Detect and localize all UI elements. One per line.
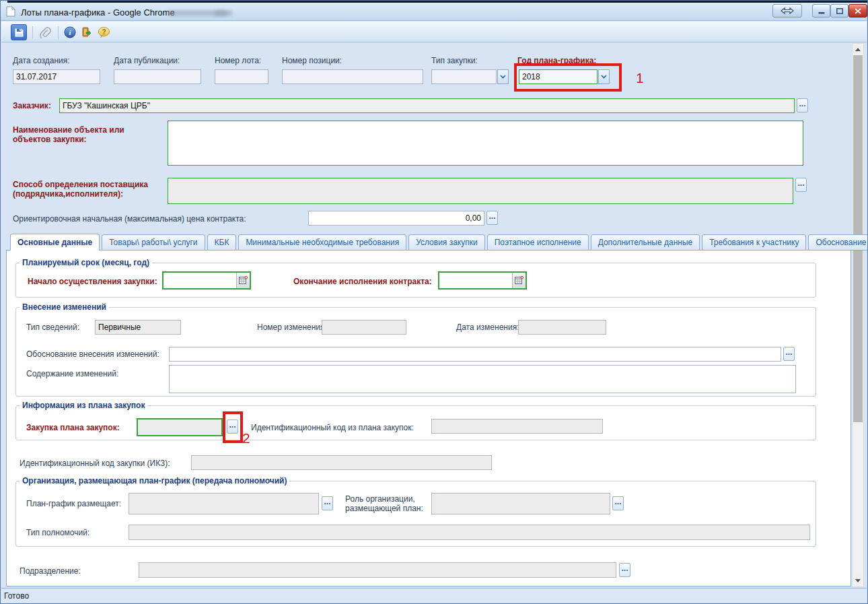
object-name-label-1: Наименование объекта или (13, 125, 124, 135)
tab-poetapnoe-ispolnenie[interactable]: Поэтапное исполнение (487, 234, 589, 250)
department-lookup-button[interactable]: ... (619, 563, 630, 577)
publisher-lookup-button[interactable]: ... (322, 496, 333, 510)
ikz-field[interactable] (191, 455, 492, 470)
paperclip-icon (38, 26, 51, 39)
authority-type-field[interactable] (129, 525, 810, 540)
window-title: Лоты плана-графика - Google Chrome (21, 7, 175, 18)
scroll-up-button[interactable] (853, 44, 863, 55)
role-lookup-button[interactable]: ... (612, 496, 624, 510)
lot-number-label: Номер лота: (215, 56, 261, 65)
dialog-window: Лоты плана-графика - Google Chrome i (0, 0, 868, 604)
change-reason-field[interactable] (169, 347, 781, 362)
contract-end-label: Окончание исполнения контракта: (293, 277, 432, 286)
help-button[interactable]: ? (96, 24, 112, 40)
resize-button[interactable] (772, 4, 802, 18)
info-type-label: Тип сведений: (26, 323, 79, 332)
ikz-label: Идентификационный код закупки (ИКЗ): (20, 459, 170, 468)
role-field[interactable] (431, 493, 610, 514)
tab-minimalnye-trebovaniya[interactable]: Минимальные необходимые требования (238, 234, 406, 250)
exit-button[interactable] (78, 24, 94, 40)
method-field[interactable] (168, 178, 793, 204)
plan-info-section (15, 405, 816, 440)
plan-id-code-field[interactable] (431, 419, 603, 434)
department-field[interactable] (139, 562, 616, 578)
created-field[interactable]: 31.07.2017 (13, 69, 100, 84)
calendar-icon[interactable] (512, 273, 526, 288)
titlebar[interactable]: Лоты плана-графика - Google Chrome (1, 3, 867, 21)
change-date-label: Дата изменения: (456, 323, 519, 332)
object-name-field[interactable] (168, 121, 803, 166)
object-name-label-2: объектов закупки: (13, 135, 87, 144)
tab-kbk[interactable]: КБК (207, 234, 237, 250)
calendar-icon[interactable] (236, 273, 250, 288)
close-button[interactable] (848, 4, 867, 18)
vertical-scrollbar[interactable] (852, 43, 864, 587)
position-number-field[interactable] (282, 69, 423, 84)
background-window-edge (7, 1, 867, 3)
tab-dopolnitelnye-dannye[interactable]: Дополнительные данные (591, 234, 700, 250)
published-label: Дата публикации: (114, 56, 180, 65)
chevron-down-icon[interactable] (497, 69, 509, 84)
publisher-field[interactable] (129, 493, 319, 514)
maximize-button[interactable] (830, 4, 848, 18)
plan-purchase-field[interactable] (137, 418, 223, 436)
status-text: Готово (4, 591, 29, 601)
purchase-start-label: Начало осуществления закупки: (28, 277, 157, 286)
toolbar: i ? (1, 22, 867, 42)
tab-obosnovanie[interactable]: Обоснование (808, 234, 868, 250)
customer-lookup-button[interactable]: ... (797, 98, 808, 112)
info-type-field[interactable]: Первичные (95, 320, 181, 335)
tab-usloviya-zakupki[interactable]: Условия закупки (408, 234, 485, 250)
tab-tovary-raboty-uslugi[interactable]: Товары\ работы\ услуги (102, 234, 205, 250)
exit-door-icon (80, 26, 92, 38)
price-lookup-button[interactable]: ... (486, 211, 498, 225)
arrow-up-icon (855, 48, 861, 51)
role-label-2: размещающей план: (345, 504, 423, 513)
save-button[interactable] (11, 24, 27, 40)
attach-button[interactable] (36, 24, 52, 40)
info-button[interactable]: i (62, 24, 78, 40)
help-icon: ? (98, 26, 110, 38)
method-label-2: (подрядчика,исполнителя): (13, 189, 123, 199)
annotation-step1-number: 1 (636, 70, 644, 86)
contract-end-input[interactable] (438, 271, 527, 290)
plan-purchase-label: Закупка плана закупок: (26, 423, 120, 432)
tab-trebovaniya-k-uchastniku[interactable]: Требования к участнику (702, 234, 806, 250)
save-icon (14, 28, 24, 38)
changes-legend: Внесение изменений (20, 302, 109, 312)
change-reason-lookup-button[interactable]: ... (783, 347, 795, 361)
toolbar-separator (58, 26, 59, 39)
change-number-label: Номер изменения: (257, 323, 327, 332)
lot-number-field[interactable] (215, 69, 268, 84)
price-field[interactable]: 0,00 (308, 211, 484, 226)
publisher-label: План-график размещает: (26, 499, 121, 508)
customer-label: Заказчик: (13, 101, 51, 110)
created-label: Дата создания: (13, 56, 70, 65)
minimize-button[interactable] (812, 4, 830, 18)
redacted-text (215, 10, 232, 16)
toolbar-separator (32, 26, 33, 39)
purchase-type-select[interactable] (431, 69, 509, 84)
arrow-down-icon (855, 579, 861, 582)
info-icon: i (64, 26, 76, 38)
organization-legend: Организация, размещающая план-график (пе… (20, 476, 289, 485)
method-lookup-button[interactable]: ... (795, 178, 807, 192)
svg-text:?: ? (102, 28, 106, 36)
role-label-1: Роль организации, (345, 494, 415, 504)
tab-osnovnye-dannye[interactable]: Основные данные (10, 234, 100, 250)
plan-info-legend: Информация из плана закупок (20, 401, 147, 410)
change-number-field[interactable] (322, 320, 406, 335)
change-date-field[interactable] (518, 320, 606, 335)
close-icon (855, 8, 861, 14)
maximize-icon (836, 8, 843, 14)
purchase-type-label: Тип закупки: (431, 56, 478, 65)
customer-field[interactable]: ГБУЗ "Кашинская ЦРБ" (59, 98, 795, 113)
purchase-start-input[interactable] (162, 271, 251, 290)
change-content-field[interactable] (169, 365, 796, 393)
department-label: Подразделение: (20, 566, 81, 576)
published-field[interactable] (114, 69, 201, 84)
scroll-down-button[interactable] (853, 575, 863, 586)
position-number-label: Номер позиции: (282, 56, 342, 65)
annotation-step1-box (514, 63, 622, 92)
document-icon (6, 6, 15, 19)
